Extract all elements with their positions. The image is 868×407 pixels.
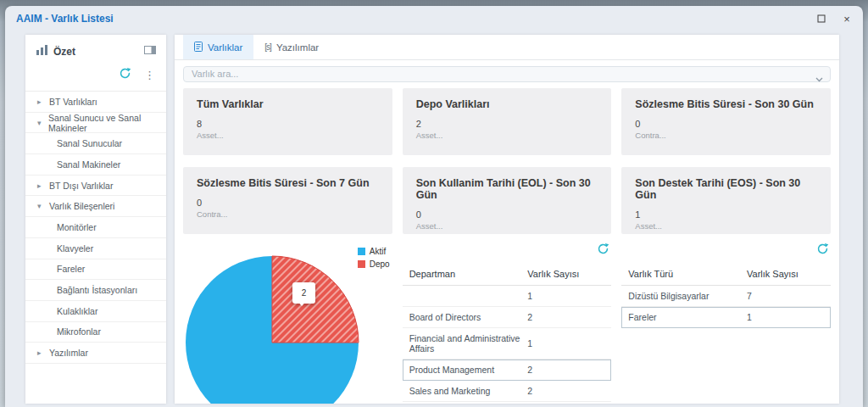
cell: Fareler: [628, 312, 747, 322]
tree-item-sanal-sunucular[interactable]: Sanal Sunucular: [25, 133, 166, 154]
card-caption: Contra...: [635, 131, 817, 140]
chevron-right-icon[interactable]: ▸: [37, 348, 44, 357]
asset-type-header: Varlık TürüVarlık Sayısı: [621, 265, 831, 286]
asset-type-table: Varlık TürüVarlık SayısıDizüstü Bilgisay…: [621, 243, 831, 404]
department-row[interactable]: Financial and Administrative Affairs1: [403, 328, 612, 360]
asset-type-row[interactable]: Dizüstü Bilgisayarlar7: [621, 286, 831, 307]
pie-slice-depo[interactable]: [272, 256, 359, 343]
refresh-icon[interactable]: [816, 243, 829, 259]
chevron-down-icon[interactable]: [815, 70, 823, 86]
department-row[interactable]: 1: [403, 286, 612, 307]
tree-item-label: BT Dışı Varlıklar: [49, 181, 113, 191]
refresh-icon[interactable]: [597, 243, 609, 259]
legend-item-depo[interactable]: Depo: [358, 259, 390, 269]
tree-item-klavyeler[interactable]: Klavyeler: [25, 238, 166, 259]
department-table: DepartmanVarlık Sayısı1Board of Director…: [403, 243, 612, 404]
search-input[interactable]: [183, 66, 831, 82]
tree-item-ba-lant-i-stasyonlar[interactable]: Bağlantı İstasyonları: [25, 280, 166, 301]
card-caption: Asset...: [635, 221, 817, 231]
cell: Dizüstü Bilgisayarlar: [628, 291, 747, 301]
department-header: DepartmanVarlık Sayısı: [403, 265, 612, 286]
column-header: Departman: [409, 269, 528, 279]
summary-card[interactable]: Son Destek Tarihi (EOS) - Son 30 Gün1Ass…: [621, 167, 831, 234]
cell: 7: [747, 291, 829, 301]
cell: 2: [527, 312, 609, 322]
cell: 2: [527, 386, 609, 396]
window-title: AAIM - Varlık Listesi: [16, 13, 114, 25]
summary-card[interactable]: Tüm Varlıklar8Asset...: [183, 88, 392, 155]
card-title: Sözlesme Bitis Süresi - Son 7 Gün: [197, 177, 379, 189]
cell: Product Management: [409, 365, 528, 375]
card-title: Son Destek Tarihi (EOS) - Son 30 Gün: [635, 177, 817, 201]
card-title: Tüm Varlıklar: [197, 98, 379, 110]
summary-card[interactable]: Sözlesme Bitis Süresi - Son 30 Gün0Contr…: [621, 88, 831, 155]
tree-item-varl-k-bile-enleri[interactable]: ▾Varlık Bileşenleri: [25, 196, 166, 217]
asset-tree: ▸BT Varlıkları▾Sanal Sunucu ve Sanal Mak…: [25, 91, 166, 364]
department-row[interactable]: Product Management2: [403, 360, 612, 381]
asset-type-row[interactable]: Fareler1: [621, 307, 831, 328]
tree-item-label: Sanal Sunucu ve Sanal Makineler: [48, 113, 166, 133]
card-value: 2: [416, 119, 598, 129]
tree-item-bt-varl-klar[interactable]: ▸BT Varlıkları: [25, 92, 166, 113]
tree-item-fareler[interactable]: Fareler: [25, 259, 166, 281]
tab-label: Yazılımlar: [276, 42, 319, 53]
tree-item-label: Yazılımlar: [49, 348, 88, 358]
tree-item-label: Sanal Makineler: [57, 159, 120, 170]
card-title: Son Kullanim Tarihi (EOL) - Son 30 Gün: [416, 177, 598, 201]
cell: Board of Directors: [409, 312, 528, 322]
column-header: Varlık Sayısı: [527, 269, 609, 279]
summary-card[interactable]: Sözlesme Bitis Süresi - Son 7 Gün0Contra…: [183, 167, 392, 234]
cell: Financial and Administrative Affairs: [409, 333, 528, 354]
column-header: Varlık Sayısı: [747, 269, 829, 279]
tree-item-sanal-makineler[interactable]: Sanal Makineler: [25, 154, 166, 176]
cell: 2: [527, 365, 609, 375]
card-value: 0: [197, 198, 379, 208]
chevron-right-icon[interactable]: ▸: [37, 181, 44, 190]
card-caption: Asset...: [197, 131, 379, 140]
kebab-menu-icon[interactable]: ⋮: [144, 71, 155, 80]
refresh-icon[interactable]: [119, 67, 131, 83]
tree-item-label: Mikrofonlar: [57, 326, 101, 337]
sidebar-title: Özet: [53, 46, 75, 58]
department-row[interactable]: Sales and Marketing2: [403, 381, 612, 402]
chart-legend: AktifDepo: [358, 247, 390, 269]
summary-card[interactable]: Son Kullanim Tarihi (EOL) - Son 30 Gün0A…: [403, 167, 612, 234]
tree-item-yaz-l-mlar[interactable]: ▸Yazılımlar: [25, 343, 166, 364]
chevron-right-icon[interactable]: ▸: [37, 98, 44, 106]
tree-item-label: Bağlantı İstasyonları: [57, 285, 137, 295]
chevron-down-icon[interactable]: ▾: [37, 202, 44, 210]
main-panel: Varlıklar [s] Yazılımlar Tüm Varlıklar8A…: [175, 35, 839, 404]
card-caption: Contra...: [197, 209, 379, 219]
chart-tooltip: 2: [292, 282, 315, 304]
tree-item-label: Klavyeler: [57, 243, 93, 254]
column-header: Varlık Türü: [628, 269, 747, 279]
maximize-icon[interactable]: [815, 13, 827, 25]
document-icon: [194, 42, 203, 53]
tree-item-label: Kulaklıklar: [57, 306, 97, 316]
sidebar: Özet ⋮ ▸BT Varlıkları▾Sanal Sunucu ve Sa…: [25, 35, 166, 404]
tree-item-label: Varlık Bileşenleri: [49, 201, 114, 211]
summary-card[interactable]: Depo Varlikları2Asset...: [403, 88, 612, 155]
titlebar: AAIM - Varlık Listesi ×: [5, 6, 863, 31]
tab-yazilimlar[interactable]: [s] Yazılımlar: [253, 35, 330, 59]
close-icon[interactable]: ×: [841, 13, 853, 25]
tab-varliklar[interactable]: Varlıklar: [183, 35, 253, 59]
legend-swatch: [358, 260, 365, 268]
chevron-down-icon[interactable]: ▾: [37, 119, 43, 127]
app-window: AAIM - Varlık Listesi × Özet ⋮: [5, 6, 863, 407]
card-title: Depo Varlikları: [416, 98, 598, 110]
tree-item-monit-rler[interactable]: Monitörler: [25, 217, 166, 238]
cell: 1: [527, 338, 609, 348]
software-icon: [s]: [264, 42, 271, 52]
tree-item-bt-d-varl-klar[interactable]: ▸BT Dışı Varlıklar: [25, 176, 166, 197]
tree-item-kulakl-klar[interactable]: Kulaklıklar: [25, 301, 166, 322]
cell: 1: [747, 312, 829, 322]
department-row[interactable]: Board of Directors2: [403, 307, 612, 328]
tab-label: Varlıklar: [208, 42, 242, 53]
collapse-panel-icon[interactable]: [144, 45, 156, 58]
tree-item-mikrofonlar[interactable]: Mikrofonlar: [25, 322, 166, 343]
legend-item-aktif[interactable]: Aktif: [358, 247, 390, 256]
tree-item-label: Sanal Sunucular: [57, 138, 122, 148]
legend-swatch: [358, 248, 365, 255]
tree-item-sanal-sunucu-ve-sanal-makineler[interactable]: ▾Sanal Sunucu ve Sanal Makineler: [25, 113, 166, 134]
